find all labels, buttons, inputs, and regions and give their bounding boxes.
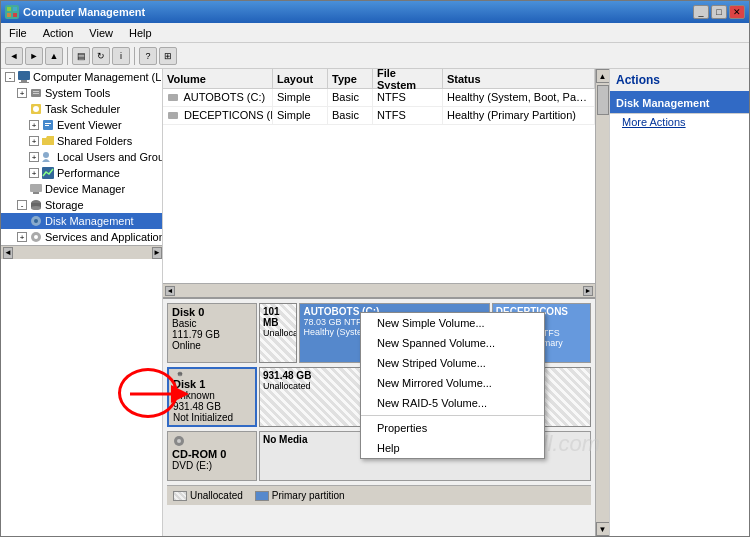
ctx-new-striped[interactable]: New Striped Volume...: [361, 353, 544, 373]
tree-item-task-scheduler[interactable]: Task Scheduler: [1, 101, 162, 117]
disk1-size: 931.48 GB: [173, 401, 251, 412]
close-button[interactable]: ✕: [729, 5, 745, 19]
col-header-type[interactable]: Type: [328, 69, 373, 88]
tree-expand-shared-folders[interactable]: +: [29, 136, 39, 146]
cell-volume-1: DECEPTICONS (D:): [163, 107, 273, 124]
extra-button[interactable]: ⊞: [159, 47, 177, 65]
tree-label-shared-folders: Shared Folders: [57, 135, 132, 147]
ctx-new-raid5[interactable]: New RAID-5 Volume...: [361, 393, 544, 413]
show-hide-button[interactable]: ▤: [72, 47, 90, 65]
tree-item-event-viewer[interactable]: + Event Viewer: [1, 117, 162, 133]
local-users-icon: [41, 150, 55, 164]
tree-item-performance[interactable]: + Performance: [1, 165, 162, 181]
disk0-part-unallocated[interactable]: 101 MB Unallocated: [259, 303, 297, 363]
vscroll-thumb[interactable]: [597, 85, 609, 115]
menu-help[interactable]: Help: [121, 25, 160, 41]
tree-item-system-tools[interactable]: + System Tools: [1, 85, 162, 101]
tree-item-disk-management[interactable]: Disk Management: [1, 213, 162, 229]
menu-file[interactable]: File: [1, 25, 35, 41]
forward-button[interactable]: ►: [25, 47, 43, 65]
cdrom-type: DVD (E:): [172, 460, 252, 471]
tree-item-shared-folders[interactable]: + Shared Folders: [1, 133, 162, 149]
properties-button[interactable]: i: [112, 47, 130, 65]
disk1-hdd-icon: [173, 371, 187, 377]
vscroll-up-btn[interactable]: ▲: [596, 69, 610, 83]
tree-expand-root[interactable]: -: [5, 72, 15, 82]
minimize-button[interactable]: _: [693, 5, 709, 19]
col-header-fs[interactable]: File System: [373, 69, 443, 88]
menu-view[interactable]: View: [81, 25, 121, 41]
actions-link-more[interactable]: More Actions: [610, 114, 749, 130]
ctx-properties[interactable]: Properties: [361, 418, 544, 438]
menu-bar: File Action View Help: [1, 23, 749, 43]
ctx-new-mirrored[interactable]: New Mirrored Volume...: [361, 373, 544, 393]
window-icon: [5, 5, 19, 19]
tree-expand-system-tools[interactable]: +: [17, 88, 27, 98]
refresh-button[interactable]: ↻: [92, 47, 110, 65]
cell-fs-0: NTFS: [373, 89, 443, 106]
scroll-track: [13, 249, 152, 257]
svg-point-21: [31, 206, 41, 210]
task-scheduler-icon: [29, 102, 43, 116]
disk-row-autobots[interactable]: AUTOBOTS (C:) Simple Basic NTFS Healthy …: [163, 89, 595, 107]
ctx-new-spanned[interactable]: New Spanned Volume...: [361, 333, 544, 353]
disk0-name: Disk 0: [172, 306, 252, 318]
tree-expand-services[interactable]: +: [17, 232, 27, 242]
tree-item-storage[interactable]: - Storage: [1, 197, 162, 213]
disk-list: Volume Layout Type File System Status: [163, 69, 595, 299]
ctx-separator-1: [361, 415, 544, 416]
tree-expand-event-viewer[interactable]: +: [29, 120, 39, 130]
disk-row-decepticons[interactable]: DECEPTICONS (D:) Simple Basic NTFS Healt…: [163, 107, 595, 125]
hscroll-right[interactable]: ►: [583, 286, 593, 296]
ctx-new-simple[interactable]: New Simple Volume...: [361, 313, 544, 333]
vscroll-down-btn[interactable]: ▼: [596, 522, 610, 536]
legend-primary-color: [255, 491, 269, 501]
svg-point-25: [34, 235, 38, 239]
disk-list-hscroll[interactable]: ◄ ►: [163, 283, 595, 297]
svg-rect-13: [45, 123, 51, 124]
svg-rect-8: [33, 91, 39, 92]
tree-expand-local-users[interactable]: +: [29, 152, 39, 162]
cdrom-name: CD-ROM 0: [172, 448, 252, 460]
cdrom-label: CD-ROM 0 DVD (E:): [167, 431, 257, 481]
system-tools-icon: [29, 86, 43, 100]
svg-point-15: [43, 152, 49, 158]
computer-icon: [17, 70, 31, 84]
restore-button[interactable]: □: [711, 5, 727, 19]
tree-item-local-users[interactable]: + Local Users and Groups: [1, 149, 162, 165]
scroll-left-btn[interactable]: ◄: [3, 247, 13, 259]
device-manager-icon: [29, 182, 43, 196]
help-button[interactable]: ?: [139, 47, 157, 65]
col-header-layout[interactable]: Layout: [273, 69, 328, 88]
disk0-unalloc-label: Unallocated: [263, 328, 293, 338]
col-header-volume[interactable]: Volume: [163, 69, 273, 88]
hscroll-left[interactable]: ◄: [165, 286, 175, 296]
ctx-help[interactable]: Help: [361, 438, 544, 458]
tree-item-root[interactable]: - Computer Management (Local: [1, 69, 162, 85]
svg-point-11: [33, 106, 39, 112]
tree-label-services: Services and Applications: [45, 231, 163, 243]
back-button[interactable]: ◄: [5, 47, 23, 65]
up-button[interactable]: ▲: [45, 47, 63, 65]
disk-map-vscroll[interactable]: ▲ ▼: [595, 69, 609, 536]
tree-item-services[interactable]: + Services and Applications: [1, 229, 162, 245]
sidebar-hscroll[interactable]: ◄ ►: [1, 245, 162, 259]
col-header-status[interactable]: Status: [443, 69, 595, 88]
tree-label-device-manager: Device Manager: [45, 183, 125, 195]
tree-label-disk-management: Disk Management: [45, 215, 134, 227]
cell-type-1: Basic: [328, 107, 373, 124]
disk-icon-1: [167, 110, 179, 122]
tree-label-storage: Storage: [45, 199, 84, 211]
legend-primary: Primary partition: [255, 490, 345, 501]
svg-rect-0: [7, 7, 11, 11]
title-bar: Computer Management _ □ ✕: [1, 1, 749, 23]
tree-expand-storage[interactable]: -: [17, 200, 27, 210]
svg-rect-2: [7, 13, 11, 17]
tree-expand-performance[interactable]: +: [29, 168, 39, 178]
scroll-right-btn[interactable]: ►: [152, 247, 162, 259]
tree-item-device-manager[interactable]: Device Manager: [1, 181, 162, 197]
actions-section-disk-management[interactable]: Disk Management: [610, 93, 749, 114]
toolbar-separator-2: [134, 47, 135, 65]
svg-rect-5: [21, 80, 27, 82]
menu-action[interactable]: Action: [35, 25, 82, 41]
